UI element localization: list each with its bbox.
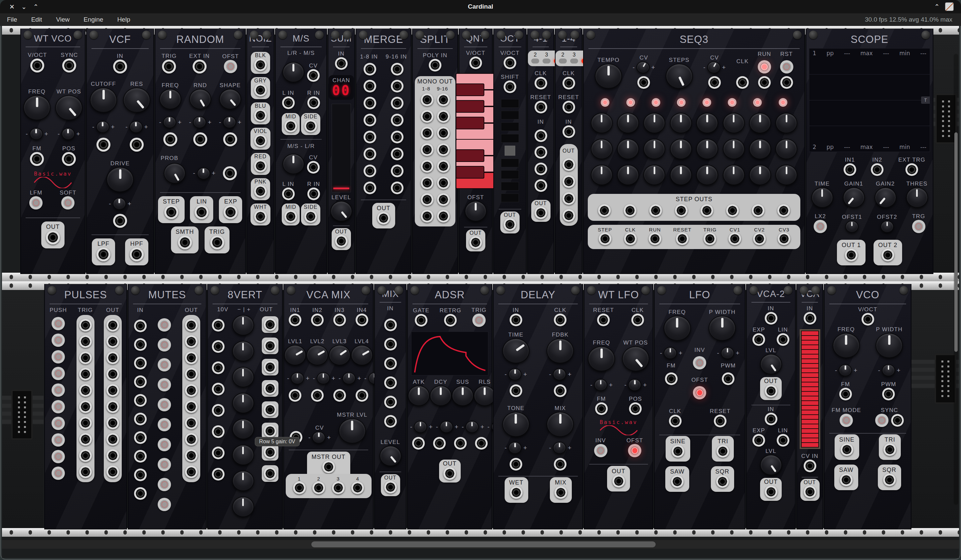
minimize-icon[interactable]: ⌄ [21, 3, 27, 11]
module-1-4[interactable]: 1-4 2 3 4 CLK RESET IN OUT [555, 29, 582, 274]
freq-cv-port[interactable] [163, 132, 177, 146]
gate-out-port[interactable] [106, 433, 119, 446]
rnd-attenuverter[interactable] [193, 116, 206, 128]
trig-out-port[interactable] [79, 368, 92, 380]
merge-in-port[interactable] [391, 80, 403, 93]
shape-knob[interactable] [219, 89, 241, 109]
trig-out-port[interactable] [79, 465, 92, 478]
mute-button[interactable] [157, 498, 171, 511]
octave-slot-selected[interactable] [505, 146, 515, 156]
quantizer-keyboard[interactable] [456, 74, 496, 189]
lfm-button[interactable] [29, 196, 43, 210]
freq-knob[interactable] [23, 95, 51, 120]
trg-button[interactable] [912, 220, 926, 233]
vert-in-port[interactable] [212, 447, 225, 459]
mute-out-port[interactable] [185, 465, 198, 478]
pwm-port[interactable] [882, 388, 895, 400]
step-led-5[interactable] [702, 98, 711, 107]
merge-in-port[interactable] [391, 63, 403, 75]
vert-in-port[interactable] [212, 468, 225, 481]
fm-port[interactable] [665, 372, 678, 385]
vert-gain-knob[interactable] [232, 341, 254, 361]
split-out-port[interactable] [437, 143, 450, 156]
lvl-knob-b[interactable] [760, 454, 782, 475]
tempo-knob[interactable] [595, 64, 622, 89]
gry-out-port[interactable] [254, 84, 267, 96]
fm-input-port[interactable] [30, 152, 44, 166]
octave-slot[interactable] [501, 170, 519, 179]
rnd-knob[interactable] [189, 89, 211, 109]
octave-slot[interactable] [501, 194, 519, 202]
push-button[interactable] [51, 433, 65, 447]
merge-in-port[interactable] [363, 148, 376, 160]
split-out-port[interactable] [437, 110, 450, 123]
out-port-3[interactable] [562, 192, 575, 205]
l-in-port[interactable] [282, 96, 295, 109]
key-f-sharp[interactable] [456, 117, 484, 129]
trig-out-port[interactable] [704, 233, 716, 245]
key-a-sharp[interactable] [456, 83, 484, 96]
lvl1-attenuverter[interactable] [291, 372, 304, 384]
cv3-step-knob[interactable] [696, 165, 718, 185]
mute-button[interactable] [157, 458, 171, 471]
rnd-cv-port[interactable] [193, 132, 207, 146]
freq-knob[interactable] [664, 316, 691, 341]
out-port[interactable] [612, 475, 625, 488]
mix-in-port[interactable] [384, 338, 397, 350]
time-cv-port[interactable] [509, 384, 522, 397]
out-port[interactable] [804, 486, 816, 498]
trig-input-port[interactable] [162, 59, 176, 74]
out-port-1[interactable] [562, 158, 575, 171]
module-4-1[interactable]: 4-1 2 3 4 CLK RESET IN OUT [527, 29, 554, 274]
tempo-cv-port[interactable] [637, 76, 650, 89]
merge-in-port[interactable] [391, 114, 403, 126]
run-button[interactable] [758, 60, 771, 74]
mstr-lvl-knob[interactable] [339, 418, 366, 444]
cutoff-attenuverter[interactable] [96, 121, 109, 133]
voct-input-port[interactable] [30, 59, 44, 72]
gate-out-port[interactable] [106, 368, 119, 380]
fdbk-knob[interactable] [546, 338, 574, 363]
gain1-knob[interactable] [843, 187, 865, 208]
merge-in-port[interactable] [391, 97, 403, 109]
mute-out-port[interactable] [185, 449, 198, 462]
out1-port[interactable] [845, 249, 858, 262]
side-out-port-2[interactable] [304, 210, 317, 223]
res-knob[interactable] [123, 87, 150, 113]
merge-in-port[interactable] [391, 165, 403, 177]
mute-in-port[interactable] [134, 338, 147, 351]
sync-input-port[interactable] [62, 59, 76, 72]
fdbk-cv-port[interactable] [554, 384, 566, 397]
fm-attenuverter[interactable] [839, 364, 852, 376]
cv3-port[interactable] [333, 389, 346, 402]
merge-in-port[interactable] [363, 181, 376, 194]
push-button[interactable] [51, 334, 65, 347]
wtpos-attenuverter[interactable] [61, 128, 75, 140]
cv1-step-knob[interactable] [749, 113, 771, 133]
module-delay[interactable]: DELAY IN CLK TIME FDBK -+ -+ TONE MIX [493, 284, 583, 530]
push-button[interactable] [51, 317, 65, 330]
cv3-step-knob[interactable] [617, 165, 639, 185]
in2-port[interactable] [871, 163, 884, 176]
cv3-out-port[interactable] [778, 233, 791, 245]
vert-gain-knob[interactable] [232, 419, 254, 439]
split-out-port[interactable] [437, 127, 450, 140]
cv2-step-knob[interactable] [591, 139, 613, 159]
trig-out-port[interactable] [79, 384, 92, 397]
mute-in-port[interactable] [134, 431, 147, 444]
step-led-4[interactable] [677, 98, 686, 107]
viol-out-port[interactable] [254, 134, 267, 147]
module-vca-2[interactable]: VCA-2 IN EXP LIN LVL OUT IN EXP LIN LVL … [746, 284, 795, 530]
led-2[interactable] [559, 59, 567, 64]
menu-view[interactable]: View [49, 16, 77, 23]
in-port[interactable] [562, 125, 575, 138]
step-led-3[interactable] [652, 98, 660, 107]
lvl3-knob[interactable] [329, 345, 350, 366]
octave-selector[interactable] [494, 99, 526, 202]
mute-in-port[interactable] [134, 319, 147, 332]
time-knob[interactable] [811, 187, 833, 208]
pos-input-port[interactable] [62, 152, 76, 166]
mix-knob[interactable] [546, 412, 574, 437]
gate-out-port[interactable] [106, 417, 119, 429]
ofst1-knob[interactable] [845, 220, 858, 233]
